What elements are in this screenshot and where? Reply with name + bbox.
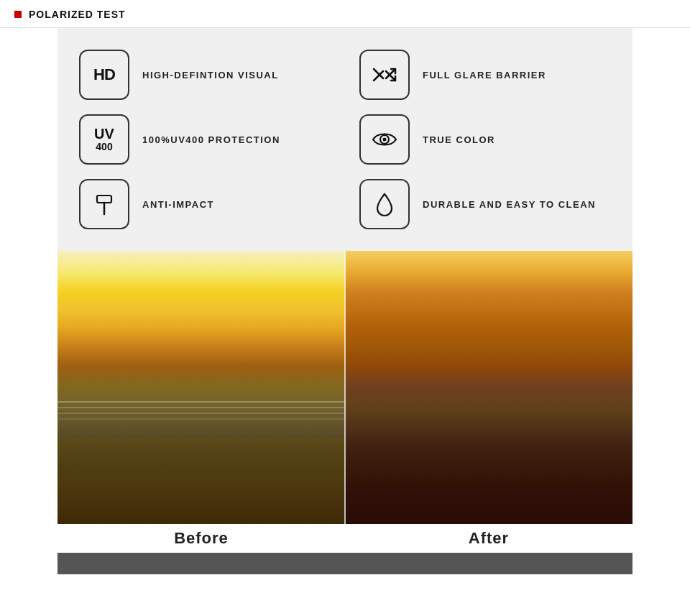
before-label: Before — [58, 524, 345, 553]
svg-point-5 — [383, 138, 387, 142]
feature-anti-impact-label: ANTI-IMPACT — [142, 199, 214, 210]
drop-icon — [370, 190, 399, 219]
comparison-area: Before After — [58, 251, 632, 553]
after-image — [345, 251, 632, 524]
feature-glare: FULL GLARE BARRIER — [359, 50, 611, 100]
hammer-icon — [90, 190, 119, 219]
label-row: Before After — [58, 524, 632, 553]
after-label: After — [345, 524, 632, 553]
eye-icon-box — [359, 114, 410, 165]
hd-icon-box: HD — [79, 50, 129, 100]
uv-icon-box: UV 400 — [79, 114, 129, 165]
eye-icon — [370, 125, 399, 154]
images-row — [58, 251, 632, 524]
features-area: HD HIGH-DEFINTION VISUAL — [58, 28, 632, 251]
feature-anti-impact: ANTI-IMPACT — [79, 179, 331, 229]
features-grid: HD HIGH-DEFINTION VISUAL — [79, 50, 611, 229]
page-wrapper: POLARIZED TEST HD HIGH-DEFINTION VISUAL — [0, 0, 690, 574]
feature-true-color-label: TRUE COLOR — [423, 134, 495, 145]
feature-hd-label: HIGH-DEFINTION VISUAL — [142, 70, 279, 81]
shuffle-icon — [370, 60, 399, 89]
divider-line — [344, 251, 346, 524]
comparison-after — [345, 251, 632, 524]
feature-true-color: TRUE COLOR — [359, 114, 611, 165]
comparison-inner: Before After — [58, 251, 632, 553]
feature-durable-clean: DURABLE AND EASY TO CLEAN — [359, 179, 611, 229]
feature-hd-visual: HD HIGH-DEFINTION VISUAL — [79, 50, 331, 100]
header-icon — [14, 11, 22, 18]
drop-icon-box — [359, 179, 410, 229]
feature-uv400: UV 400 100%UV400 PROTECTION — [79, 114, 331, 165]
feature-glare-label: FULL GLARE BARRIER — [423, 70, 546, 81]
feature-uv400-label: 100%UV400 PROTECTION — [142, 134, 280, 145]
feature-durable-clean-label: DURABLE AND EASY TO CLEAN — [423, 199, 596, 210]
svg-rect-6 — [97, 196, 111, 203]
uv-icon: UV 400 — [94, 126, 114, 152]
comparison-before — [58, 251, 345, 524]
shuffle-icon-box — [359, 50, 410, 100]
hd-icon: HD — [93, 65, 115, 84]
hammer-icon-box — [79, 179, 129, 229]
bottom-strip — [58, 553, 632, 574]
before-image — [58, 251, 345, 524]
section-title: POLARIZED TEST — [29, 9, 126, 20]
section-header: POLARIZED TEST — [0, 0, 690, 28]
